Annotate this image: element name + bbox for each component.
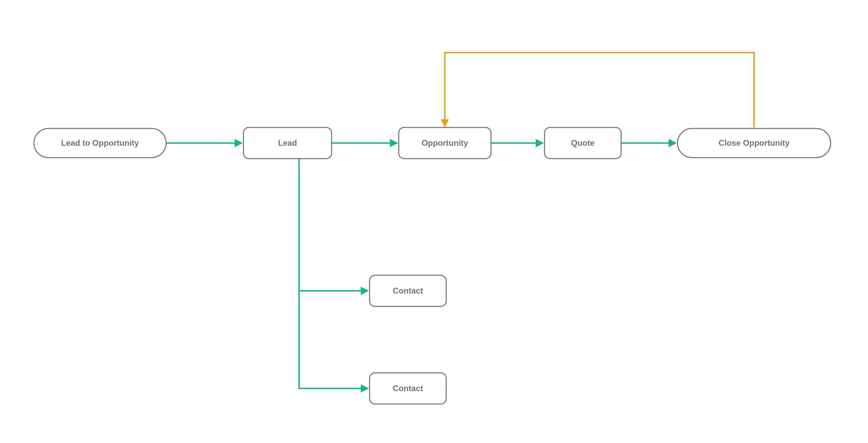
node-contact1-label: Contact [393, 286, 423, 295]
edge-lead-to-contact1 [299, 159, 369, 295]
node-opportunity-label: Opportunity [421, 138, 468, 147]
edge-opportunity-to-quote [491, 139, 544, 147]
edge-lead-to-contact2 [299, 159, 369, 392]
node-contact1: Contact [370, 275, 446, 306]
node-quote-label: Quote [571, 138, 594, 147]
svg-marker-1 [235, 139, 243, 147]
edge-lead-to-opportunity [332, 139, 398, 147]
edge-quote-to-close [621, 139, 677, 147]
svg-marker-10 [441, 119, 449, 127]
flow-diagram: Lead to Opportunity Lead Opportunity Quo… [0, 0, 868, 443]
node-start: Lead to Opportunity [34, 128, 166, 158]
svg-marker-3 [390, 139, 398, 147]
node-lead: Lead [243, 127, 332, 159]
edge-start-to-lead [166, 139, 243, 147]
node-contact2: Contact [370, 373, 446, 404]
svg-marker-9 [361, 384, 369, 392]
svg-marker-8 [361, 287, 369, 295]
edge-close-to-opportunity-feedback [441, 53, 754, 127]
node-start-label: Lead to Opportunity [61, 138, 139, 147]
node-quote: Quote [545, 127, 621, 159]
node-close: Close Opportunity [677, 128, 831, 158]
node-lead-label: Lead [278, 138, 297, 147]
node-close-label: Close Opportunity [718, 138, 790, 147]
node-contact2-label: Contact [393, 384, 423, 393]
svg-marker-5 [536, 139, 544, 147]
svg-marker-7 [669, 139, 677, 147]
node-opportunity: Opportunity [399, 127, 491, 159]
